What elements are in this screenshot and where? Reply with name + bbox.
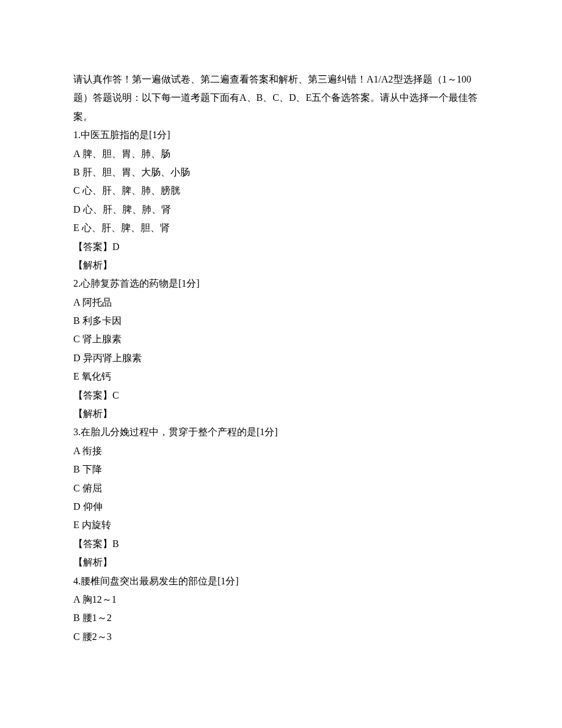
option-text: 胸12～1 (82, 594, 117, 605)
option-key: B (73, 167, 80, 177)
option-key: A (73, 446, 80, 456)
option-key: A (73, 297, 80, 307)
option-text: 心、肝、脾、肺、膀胱 (82, 185, 180, 196)
question-stem: 2.心肺复苏首选的药物是[1分] (73, 274, 489, 293)
question-text: 中医五脏指的是 (81, 130, 149, 140)
question-text: 心肺复苏首选的药物是 (81, 278, 178, 289)
question-points: [1分] (217, 576, 239, 586)
question-stem: 3.在胎儿分娩过程中，贯穿于整个产程的是[1分] (73, 423, 489, 441)
option-text: 阿托品 (82, 297, 112, 307)
option-text: 俯屈 (82, 483, 102, 493)
question-stem: 4.腰椎间盘突出最易发生的部位是[1分] (73, 572, 489, 590)
option-key: C (73, 334, 80, 344)
document-page: 请认真作答！第一遍做试卷、第二遍查看答案和解析、第三遍纠错！A1/A2型选择题（… (0, 0, 562, 728)
answer-line: 【答案】B (73, 535, 489, 553)
option-key: B (73, 612, 80, 623)
analysis-line: 【解析】 (73, 553, 489, 572)
answer-label: 【答案】 (73, 390, 112, 400)
question-number: 4 (73, 576, 78, 586)
option-row: E 心、肝、脾、胆、肾 (73, 219, 489, 237)
option-key: D (73, 204, 81, 215)
option-row: D 仰伸 (73, 498, 489, 516)
option-text: 心、肝、脾、胆、肾 (82, 222, 170, 233)
option-key: C (73, 185, 80, 196)
analysis-line: 【解析】 (73, 256, 489, 274)
option-key: E (73, 520, 79, 530)
question-stem: 1.中医五脏指的是[1分] (73, 126, 489, 144)
option-row: A 胸12～1 (73, 590, 489, 609)
option-row: C 腰2～3 (73, 628, 489, 646)
question-points: [1分] (257, 427, 278, 437)
option-text: 衔接 (82, 446, 102, 456)
answer-value: B (112, 539, 119, 549)
option-text: 下降 (82, 464, 102, 474)
option-text: 脾、胆、胃、肺、肠 (82, 149, 170, 159)
answer-value: C (112, 390, 119, 400)
option-text: 腰2～3 (82, 631, 112, 642)
option-row: B 下降 (73, 460, 489, 479)
option-row: A 脾、胆、胃、肺、肠 (73, 145, 489, 163)
option-text: 腰1～2 (82, 612, 112, 623)
option-row: A 衔接 (73, 442, 489, 460)
option-text: 异丙肾上腺素 (83, 353, 142, 363)
option-row: E 氧化钙 (73, 367, 489, 386)
option-key: D (73, 353, 81, 363)
instructions: 请认真作答！第一遍做试卷、第二遍查看答案和解析、第三遍纠错！A1/A2型选择题（… (73, 70, 489, 126)
answer-line: 【答案】D (73, 238, 489, 256)
question-text: 腰椎间盘突出最易发生的部位是 (81, 576, 217, 586)
option-text: 肾上腺素 (82, 334, 122, 344)
option-row: B 利多卡因 (73, 312, 489, 330)
option-text: 氧化钙 (82, 371, 111, 381)
option-key: C (73, 631, 80, 642)
answer-label: 【答案】 (73, 241, 112, 252)
option-key: E (73, 371, 79, 381)
option-row: D 心、肝、脾、肺、肾 (73, 200, 489, 219)
option-key: B (73, 315, 80, 326)
option-key: A (73, 149, 80, 159)
analysis-label: 【解析】 (73, 260, 112, 270)
option-text: 仰伸 (83, 501, 103, 512)
answer-value: D (112, 241, 120, 252)
analysis-line: 【解析】 (73, 405, 489, 423)
option-row: B 腰1～2 (73, 609, 489, 627)
question-text: 在胎儿分娩过程中，贯穿于整个产程的是 (81, 427, 257, 437)
question-points: [1分] (149, 130, 170, 140)
option-key: D (73, 501, 81, 512)
option-key: C (73, 483, 80, 493)
option-row: A 阿托品 (73, 293, 489, 312)
option-text: 肝、胆、胃、大肠、小肠 (82, 167, 190, 177)
question-number: 3 (73, 427, 78, 437)
option-text: 利多卡因 (82, 315, 122, 326)
option-key: B (73, 464, 80, 474)
answer-label: 【答案】 (73, 539, 112, 549)
option-row: C 俯屈 (73, 479, 489, 498)
option-text: 心、肝、脾、肺、肾 (83, 204, 171, 215)
question-number: 2 (73, 278, 78, 289)
question-number: 1 (73, 130, 78, 140)
answer-line: 【答案】C (73, 386, 489, 405)
option-row: C 心、肝、脾、肺、膀胱 (73, 182, 489, 200)
option-row: C 肾上腺素 (73, 330, 489, 348)
option-text: 内旋转 (82, 520, 111, 530)
question-points: [1分] (178, 278, 200, 289)
analysis-label: 【解析】 (73, 557, 112, 567)
option-row: D 异丙肾上腺素 (73, 349, 489, 367)
option-key: E (73, 222, 79, 233)
analysis-label: 【解析】 (73, 408, 112, 419)
option-key: A (73, 594, 80, 605)
option-row: B 肝、胆、胃、大肠、小肠 (73, 163, 489, 182)
option-row: E 内旋转 (73, 516, 489, 534)
